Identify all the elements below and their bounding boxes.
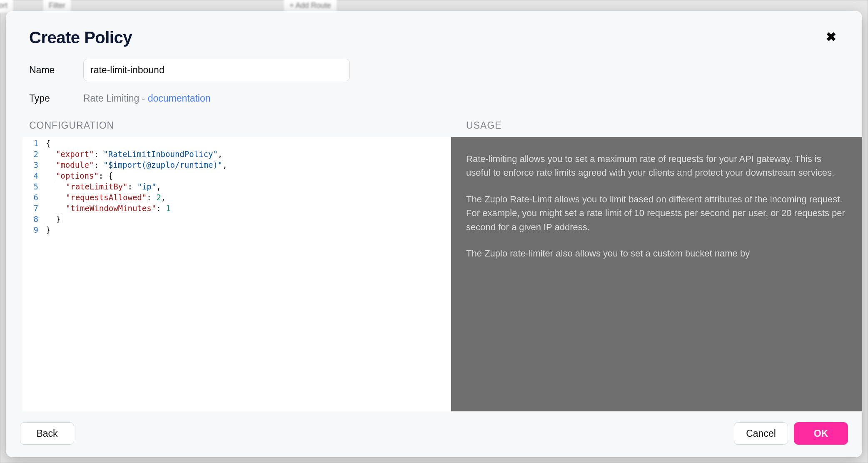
- close-icon[interactable]: ✖: [823, 28, 839, 46]
- code-line: 6 "requestsAllowed": 2,: [22, 192, 451, 203]
- name-label: Name: [29, 65, 83, 76]
- text-caret: [61, 214, 61, 223]
- content-columns: CONFIGURATION 1{ 2 "export": "RateLimitI…: [6, 116, 862, 411]
- type-value: Rate Limiting - documentation: [83, 93, 211, 104]
- create-policy-modal: Create Policy ✖ Name Type Rate Limiting …: [6, 11, 862, 457]
- configuration-column: CONFIGURATION 1{ 2 "export": "RateLimitI…: [6, 120, 451, 411]
- usage-description: Rate-limiting allows you to set a maximu…: [451, 137, 862, 411]
- form-area: Name Type Rate Limiting - documentation: [6, 47, 862, 116]
- code-line: 1{: [22, 138, 451, 149]
- json-editor[interactable]: 1{ 2 "export": "RateLimitInboundPolicy",…: [22, 137, 451, 411]
- type-text: Rate Limiting -: [83, 93, 148, 104]
- back-button[interactable]: Back: [20, 422, 74, 445]
- usage-paragraph: The Zuplo rate-limiter also allows you t…: [466, 246, 846, 260]
- type-label: Type: [29, 93, 83, 104]
- modal-header: Create Policy ✖: [6, 11, 862, 47]
- cancel-button[interactable]: Cancel: [734, 422, 788, 445]
- configuration-heading: CONFIGURATION: [22, 120, 451, 137]
- code-line: 2 "export": "RateLimitInboundPolicy",: [22, 149, 451, 159]
- name-row: Name: [29, 59, 839, 81]
- modal-footer: Back Cancel OK: [6, 411, 862, 457]
- code-line: 5 "rateLimitBy": "ip",: [22, 181, 451, 192]
- ok-button[interactable]: OK: [794, 422, 848, 445]
- footer-right-group: Cancel OK: [734, 422, 848, 445]
- modal-title: Create Policy: [29, 28, 132, 47]
- code-line: 8 }: [22, 214, 451, 224]
- type-row: Type Rate Limiting - documentation: [29, 93, 839, 104]
- policy-name-input[interactable]: [83, 59, 350, 81]
- usage-heading: USAGE: [451, 120, 862, 137]
- usage-paragraph: The Zuplo Rate-Limit allows you to limit…: [466, 192, 846, 234]
- code-line: 4 "options": {: [22, 170, 451, 181]
- usage-paragraph: Rate-limiting allows you to set a maximu…: [466, 152, 846, 180]
- usage-column: USAGE Rate-limiting allows you to set a …: [451, 120, 862, 411]
- code-line: 3 "module": "$import(@zuplo/runtime)",: [22, 159, 451, 170]
- documentation-link[interactable]: documentation: [148, 93, 211, 104]
- code-line: 7 "timeWindowMinutes": 1: [22, 203, 451, 214]
- code-line: 9}: [22, 224, 451, 235]
